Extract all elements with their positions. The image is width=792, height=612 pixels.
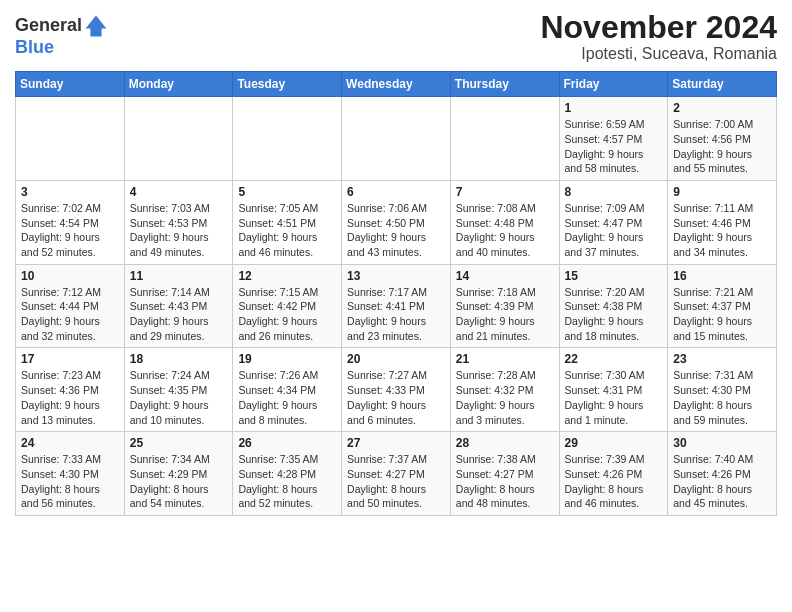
cell-info-text: Sunrise: 7:27 AM Sunset: 4:33 PM Dayligh… xyxy=(347,368,445,427)
calendar-day-header-friday: Friday xyxy=(559,72,668,97)
calendar-cell: 30Sunrise: 7:40 AM Sunset: 4:26 PM Dayli… xyxy=(668,432,777,516)
cell-day-number: 18 xyxy=(130,352,228,366)
cell-day-number: 24 xyxy=(21,436,119,450)
cell-info-text: Sunrise: 7:02 AM Sunset: 4:54 PM Dayligh… xyxy=(21,201,119,260)
page-subtitle: Ipotesti, Suceava, Romania xyxy=(540,45,777,63)
calendar-day-header-sunday: Sunday xyxy=(16,72,125,97)
logo-icon xyxy=(84,14,108,38)
calendar-cell: 14Sunrise: 7:18 AM Sunset: 4:39 PM Dayli… xyxy=(450,264,559,348)
calendar-cell: 18Sunrise: 7:24 AM Sunset: 4:35 PM Dayli… xyxy=(124,348,233,432)
calendar-cell: 4Sunrise: 7:03 AM Sunset: 4:53 PM Daylig… xyxy=(124,180,233,264)
cell-day-number: 4 xyxy=(130,185,228,199)
cell-info-text: Sunrise: 7:34 AM Sunset: 4:29 PM Dayligh… xyxy=(130,452,228,511)
calendar-cell xyxy=(233,97,342,181)
calendar-cell: 6Sunrise: 7:06 AM Sunset: 4:50 PM Daylig… xyxy=(342,180,451,264)
cell-day-number: 29 xyxy=(565,436,663,450)
cell-day-number: 13 xyxy=(347,269,445,283)
calendar-week-row: 10Sunrise: 7:12 AM Sunset: 4:44 PM Dayli… xyxy=(16,264,777,348)
cell-info-text: Sunrise: 7:31 AM Sunset: 4:30 PM Dayligh… xyxy=(673,368,771,427)
calendar-table: SundayMondayTuesdayWednesdayThursdayFrid… xyxy=(15,71,777,516)
cell-day-number: 2 xyxy=(673,101,771,115)
calendar-cell: 5Sunrise: 7:05 AM Sunset: 4:51 PM Daylig… xyxy=(233,180,342,264)
calendar-cell: 9Sunrise: 7:11 AM Sunset: 4:46 PM Daylig… xyxy=(668,180,777,264)
calendar-cell: 12Sunrise: 7:15 AM Sunset: 4:42 PM Dayli… xyxy=(233,264,342,348)
calendar-cell: 20Sunrise: 7:27 AM Sunset: 4:33 PM Dayli… xyxy=(342,348,451,432)
cell-day-number: 11 xyxy=(130,269,228,283)
calendar-week-row: 1Sunrise: 6:59 AM Sunset: 4:57 PM Daylig… xyxy=(16,97,777,181)
calendar-cell: 16Sunrise: 7:21 AM Sunset: 4:37 PM Dayli… xyxy=(668,264,777,348)
cell-info-text: Sunrise: 7:35 AM Sunset: 4:28 PM Dayligh… xyxy=(238,452,336,511)
calendar-cell: 21Sunrise: 7:28 AM Sunset: 4:32 PM Dayli… xyxy=(450,348,559,432)
cell-info-text: Sunrise: 7:23 AM Sunset: 4:36 PM Dayligh… xyxy=(21,368,119,427)
calendar-week-row: 24Sunrise: 7:33 AM Sunset: 4:30 PM Dayli… xyxy=(16,432,777,516)
calendar-cell: 19Sunrise: 7:26 AM Sunset: 4:34 PM Dayli… xyxy=(233,348,342,432)
cell-info-text: Sunrise: 7:21 AM Sunset: 4:37 PM Dayligh… xyxy=(673,285,771,344)
cell-info-text: Sunrise: 7:28 AM Sunset: 4:32 PM Dayligh… xyxy=(456,368,554,427)
calendar-cell: 13Sunrise: 7:17 AM Sunset: 4:41 PM Dayli… xyxy=(342,264,451,348)
cell-day-number: 9 xyxy=(673,185,771,199)
cell-day-number: 30 xyxy=(673,436,771,450)
page: General Blue November 2024 Ipotesti, Suc… xyxy=(0,0,792,612)
cell-day-number: 15 xyxy=(565,269,663,283)
cell-day-number: 27 xyxy=(347,436,445,450)
cell-day-number: 23 xyxy=(673,352,771,366)
calendar-cell: 1Sunrise: 6:59 AM Sunset: 4:57 PM Daylig… xyxy=(559,97,668,181)
calendar-cell: 23Sunrise: 7:31 AM Sunset: 4:30 PM Dayli… xyxy=(668,348,777,432)
cell-info-text: Sunrise: 7:12 AM Sunset: 4:44 PM Dayligh… xyxy=(21,285,119,344)
calendar-day-header-wednesday: Wednesday xyxy=(342,72,451,97)
cell-info-text: Sunrise: 7:17 AM Sunset: 4:41 PM Dayligh… xyxy=(347,285,445,344)
cell-day-number: 22 xyxy=(565,352,663,366)
calendar-cell xyxy=(450,97,559,181)
logo-blue: Blue xyxy=(15,37,54,57)
calendar-cell xyxy=(16,97,125,181)
cell-info-text: Sunrise: 7:18 AM Sunset: 4:39 PM Dayligh… xyxy=(456,285,554,344)
calendar-header-row: SundayMondayTuesdayWednesdayThursdayFrid… xyxy=(16,72,777,97)
cell-day-number: 12 xyxy=(238,269,336,283)
cell-day-number: 21 xyxy=(456,352,554,366)
logo: General Blue xyxy=(15,14,108,58)
calendar-cell: 26Sunrise: 7:35 AM Sunset: 4:28 PM Dayli… xyxy=(233,432,342,516)
calendar-cell: 7Sunrise: 7:08 AM Sunset: 4:48 PM Daylig… xyxy=(450,180,559,264)
cell-info-text: Sunrise: 7:08 AM Sunset: 4:48 PM Dayligh… xyxy=(456,201,554,260)
calendar-cell: 25Sunrise: 7:34 AM Sunset: 4:29 PM Dayli… xyxy=(124,432,233,516)
cell-info-text: Sunrise: 7:39 AM Sunset: 4:26 PM Dayligh… xyxy=(565,452,663,511)
logo-general: General xyxy=(15,16,82,36)
svg-marker-0 xyxy=(86,16,107,37)
cell-day-number: 5 xyxy=(238,185,336,199)
cell-day-number: 25 xyxy=(130,436,228,450)
cell-info-text: Sunrise: 7:00 AM Sunset: 4:56 PM Dayligh… xyxy=(673,117,771,176)
cell-info-text: Sunrise: 7:14 AM Sunset: 4:43 PM Dayligh… xyxy=(130,285,228,344)
cell-info-text: Sunrise: 7:40 AM Sunset: 4:26 PM Dayligh… xyxy=(673,452,771,511)
cell-day-number: 26 xyxy=(238,436,336,450)
cell-day-number: 7 xyxy=(456,185,554,199)
cell-info-text: Sunrise: 7:09 AM Sunset: 4:47 PM Dayligh… xyxy=(565,201,663,260)
calendar-cell: 17Sunrise: 7:23 AM Sunset: 4:36 PM Dayli… xyxy=(16,348,125,432)
cell-info-text: Sunrise: 7:30 AM Sunset: 4:31 PM Dayligh… xyxy=(565,368,663,427)
cell-day-number: 3 xyxy=(21,185,119,199)
calendar-cell: 2Sunrise: 7:00 AM Sunset: 4:56 PM Daylig… xyxy=(668,97,777,181)
calendar-day-header-tuesday: Tuesday xyxy=(233,72,342,97)
cell-info-text: Sunrise: 7:37 AM Sunset: 4:27 PM Dayligh… xyxy=(347,452,445,511)
cell-day-number: 6 xyxy=(347,185,445,199)
cell-info-text: Sunrise: 7:20 AM Sunset: 4:38 PM Dayligh… xyxy=(565,285,663,344)
calendar-cell xyxy=(124,97,233,181)
calendar-day-header-monday: Monday xyxy=(124,72,233,97)
calendar-cell: 29Sunrise: 7:39 AM Sunset: 4:26 PM Dayli… xyxy=(559,432,668,516)
title-block: November 2024 Ipotesti, Suceava, Romania xyxy=(540,10,777,63)
calendar-cell: 11Sunrise: 7:14 AM Sunset: 4:43 PM Dayli… xyxy=(124,264,233,348)
cell-info-text: Sunrise: 7:15 AM Sunset: 4:42 PM Dayligh… xyxy=(238,285,336,344)
calendar-day-header-saturday: Saturday xyxy=(668,72,777,97)
cell-day-number: 1 xyxy=(565,101,663,115)
cell-info-text: Sunrise: 7:24 AM Sunset: 4:35 PM Dayligh… xyxy=(130,368,228,427)
cell-day-number: 17 xyxy=(21,352,119,366)
cell-day-number: 14 xyxy=(456,269,554,283)
calendar-week-row: 17Sunrise: 7:23 AM Sunset: 4:36 PM Dayli… xyxy=(16,348,777,432)
header: General Blue November 2024 Ipotesti, Suc… xyxy=(15,10,777,63)
cell-day-number: 8 xyxy=(565,185,663,199)
calendar-cell: 28Sunrise: 7:38 AM Sunset: 4:27 PM Dayli… xyxy=(450,432,559,516)
page-title: November 2024 xyxy=(540,10,777,45)
cell-info-text: Sunrise: 7:26 AM Sunset: 4:34 PM Dayligh… xyxy=(238,368,336,427)
calendar-cell: 27Sunrise: 7:37 AM Sunset: 4:27 PM Dayli… xyxy=(342,432,451,516)
cell-day-number: 16 xyxy=(673,269,771,283)
cell-info-text: Sunrise: 7:06 AM Sunset: 4:50 PM Dayligh… xyxy=(347,201,445,260)
